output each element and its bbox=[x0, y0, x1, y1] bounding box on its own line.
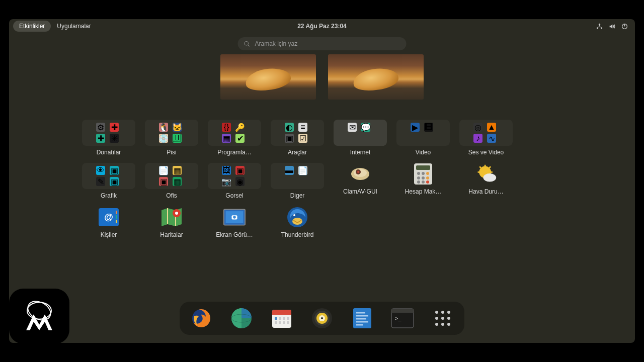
clock[interactable]: 22 Ağu Paz 23:04 bbox=[297, 23, 347, 30]
svg-rect-57 bbox=[356, 315, 368, 317]
svg-point-67 bbox=[447, 311, 450, 314]
top-bar: Etkinlikler Uygulamalar 22 Ağu Paz 23:04 bbox=[9, 19, 635, 33]
svg-point-54 bbox=[321, 317, 323, 319]
svg-point-21 bbox=[484, 173, 497, 182]
svg-point-74 bbox=[27, 302, 51, 319]
folder-label: Araçlar bbox=[288, 149, 307, 156]
svg-point-72 bbox=[441, 323, 444, 326]
svg-point-35 bbox=[293, 214, 295, 216]
svg-rect-48 bbox=[283, 321, 285, 324]
svg-rect-42 bbox=[275, 317, 277, 320]
app-ekran-goruntusu[interactable]: Ekran Görü… bbox=[207, 206, 262, 238]
folder-label: Programla… bbox=[217, 149, 251, 156]
dock-rhythmbox[interactable] bbox=[310, 307, 334, 330]
folder-donatilar[interactable]: ⚙✚✚✳ Donatılar bbox=[82, 120, 136, 156]
folder-label: Video bbox=[416, 149, 431, 156]
folder-label: Gorsel bbox=[225, 192, 243, 199]
network-icon bbox=[596, 23, 603, 30]
dock-texteditor[interactable] bbox=[351, 307, 374, 330]
svg-point-13 bbox=[426, 172, 429, 175]
folder-diger[interactable]: ▬📄 Diger bbox=[270, 163, 325, 199]
svg-rect-26 bbox=[116, 220, 117, 223]
svg-point-19 bbox=[426, 180, 429, 184]
svg-point-17 bbox=[417, 180, 420, 184]
search-placeholder: Aramak için yaz bbox=[255, 40, 298, 47]
svg-point-12 bbox=[422, 172, 425, 175]
svg-rect-24 bbox=[116, 211, 117, 214]
svg-point-75 bbox=[25, 298, 54, 324]
svg-point-73 bbox=[447, 323, 450, 326]
svg-point-65 bbox=[435, 311, 438, 314]
svg-rect-41 bbox=[272, 313, 291, 315]
folder-label: Diger bbox=[290, 192, 305, 199]
contacts-icon: @ bbox=[98, 206, 120, 228]
applications-button[interactable]: Uygulamalar bbox=[51, 21, 97, 32]
svg-point-14 bbox=[417, 176, 420, 179]
calculator-icon bbox=[412, 163, 434, 185]
svg-point-18 bbox=[422, 180, 425, 184]
folder-gorsel[interactable]: 🖼▣📷◉ Gorsel bbox=[207, 163, 262, 199]
app-thunderbird[interactable]: Thunderbird bbox=[270, 206, 325, 238]
dock-terminal[interactable]: >_ bbox=[391, 307, 414, 330]
dock: >_ bbox=[180, 302, 464, 335]
volume-icon bbox=[609, 23, 615, 30]
app-label: Kişiler bbox=[101, 231, 117, 238]
svg-point-28 bbox=[175, 212, 178, 215]
svg-rect-44 bbox=[283, 317, 285, 320]
maps-icon bbox=[160, 206, 183, 228]
weather-icon bbox=[475, 163, 497, 185]
search-icon bbox=[244, 41, 250, 47]
app-kisiler[interactable]: @ Kişiler bbox=[82, 206, 136, 238]
svg-rect-60 bbox=[356, 324, 363, 326]
app-haritalar[interactable]: Haritalar bbox=[144, 206, 199, 238]
folder-pisi[interactable]: 🐧🐱💿🇺 Pisi bbox=[144, 120, 199, 156]
system-tray[interactable] bbox=[596, 23, 631, 30]
app-label: Hesap Mak… bbox=[405, 188, 442, 195]
svg-point-71 bbox=[435, 323, 438, 326]
workspace-2[interactable] bbox=[328, 54, 424, 100]
folder-araclar[interactable]: ◐≡▣☑ Araçlar bbox=[270, 120, 325, 156]
svg-point-66 bbox=[441, 311, 444, 314]
dock-show-apps[interactable] bbox=[431, 307, 454, 330]
app-label: Haritalar bbox=[160, 231, 183, 238]
applications-grid: ⚙✚✚✳ Donatılar 🐧🐱💿🇺 Pisi {}🔑▦✔ Programla… bbox=[82, 120, 575, 238]
dock-calendar[interactable] bbox=[270, 307, 293, 330]
svg-point-8 bbox=[357, 171, 359, 173]
app-label: Thunderbird bbox=[281, 231, 314, 238]
folder-label: Internet bbox=[350, 149, 371, 156]
svg-rect-46 bbox=[275, 321, 277, 324]
svg-point-16 bbox=[426, 176, 429, 179]
activities-button[interactable]: Etkinlikler bbox=[13, 21, 51, 32]
folder-grafik[interactable]: 👁▣✎▣ Grafik bbox=[82, 163, 136, 199]
svg-text:>_: >_ bbox=[395, 315, 401, 321]
folder-ofis[interactable]: 📄▦▣▦ Ofis bbox=[144, 163, 199, 199]
svg-point-32 bbox=[233, 216, 236, 219]
svg-rect-58 bbox=[356, 318, 366, 320]
top-bar-left: Etkinlikler Uygulamalar bbox=[13, 21, 97, 32]
gnome-overview: Etkinlikler Uygulamalar 22 Ağu Paz 23:04… bbox=[9, 19, 635, 343]
folder-internet[interactable]: ✉💬 Internet bbox=[333, 120, 387, 156]
workspace-thumbnails bbox=[220, 54, 424, 100]
clamav-icon bbox=[349, 163, 371, 185]
folder-label: Pisi bbox=[167, 149, 176, 156]
svg-rect-47 bbox=[279, 321, 281, 324]
app-label: Hava Duru… bbox=[468, 188, 503, 195]
dock-firefox[interactable] bbox=[190, 307, 213, 330]
folder-video[interactable]: ▶🎞 Video bbox=[396, 120, 450, 156]
watermark-logo bbox=[9, 289, 69, 344]
search-field[interactable]: Aramak için yaz bbox=[238, 37, 407, 50]
svg-rect-56 bbox=[356, 312, 365, 314]
app-hava-durumu[interactable]: Hava Duru… bbox=[459, 163, 513, 199]
svg-rect-43 bbox=[279, 317, 281, 320]
app-hesap-makinesi[interactable]: Hesap Mak… bbox=[396, 163, 450, 199]
app-label: Ekran Görü… bbox=[216, 231, 253, 238]
app-clamav[interactable]: ClamAV-GUI bbox=[333, 163, 387, 199]
workspace-1[interactable] bbox=[220, 54, 316, 100]
screenshot-icon bbox=[223, 206, 246, 228]
dock-web[interactable] bbox=[230, 307, 253, 330]
svg-rect-25 bbox=[116, 215, 117, 219]
power-icon bbox=[621, 23, 628, 30]
svg-text:@: @ bbox=[104, 212, 113, 222]
folder-programlama[interactable]: {}🔑▦✔ Programla… bbox=[207, 120, 262, 156]
folder-ses-video[interactable]: ◎▲♪∿ Ses ve Video bbox=[459, 120, 513, 156]
